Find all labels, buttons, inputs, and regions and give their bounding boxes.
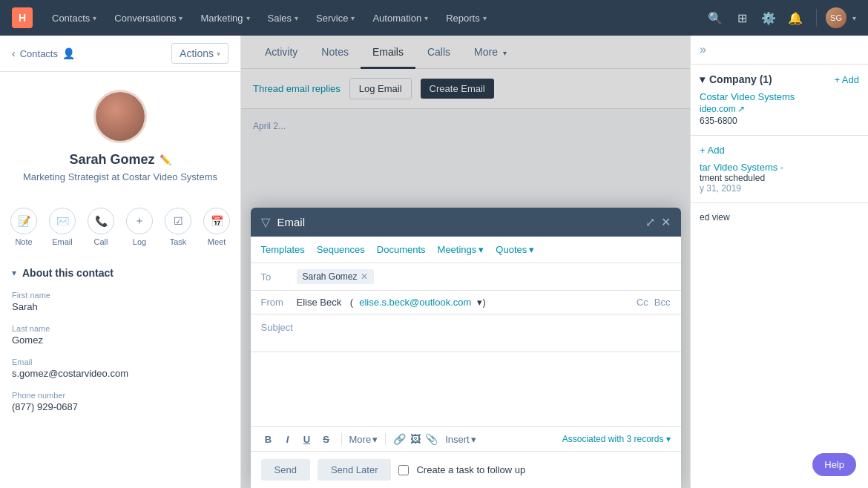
main-layout: ‹ Contacts 👤 Actions ▾ Sarah Gomez ✏️ Ma… [0,36,868,488]
help-button[interactable]: Help [812,453,856,476]
templates-button[interactable]: Templates [261,244,305,255]
email-value: s.gomez@costarvideo.com [12,368,228,379]
search-icon[interactable]: 🔍 [703,6,727,30]
meetings-label: Meetings [438,244,477,255]
strikethrough-button[interactable]: S [319,434,334,445]
image-icon[interactable]: 🖼 [410,433,421,445]
edit-icon[interactable]: ✏️ [160,154,171,165]
about-chevron-icon: ▾ [12,268,16,278]
italic-button[interactable]: I [280,434,295,445]
nav-item-conversations[interactable]: Conversations ▾ [107,8,190,28]
add-deal-button[interactable]: + Add [700,145,725,156]
expand-panel-icon[interactable]: » [700,43,706,56]
cc-button[interactable]: Cc [637,297,648,308]
task-label: Task [170,237,187,246]
action-buttons-bar: 📝 Note ✉️ Email 📞 Call ＋ Log ☑ Task 📅 M [0,196,240,252]
documents-button[interactable]: Documents [377,244,426,255]
contact-name-text: Sarah Gomez [69,152,154,168]
back-arrow-icon: ‹ [12,47,16,59]
link-icon[interactable]: 🔗 [393,433,406,445]
note-icon: 📝 [10,208,37,234]
person-icon: 👤 [62,47,75,59]
modal-collapse-icon[interactable]: ▽ [261,215,270,229]
deal-name[interactable]: tar Video Systems - [700,162,859,173]
view-text[interactable]: ed view [700,212,859,222]
to-recipient-tag: Sarah Gomez ✕ [297,269,374,284]
bold-button[interactable]: B [261,434,276,445]
back-label: Contacts [20,48,58,59]
meetings-button[interactable]: Meetings ▾ [438,244,484,255]
remove-recipient-icon[interactable]: ✕ [361,271,368,282]
send-later-button[interactable]: Send Later [318,459,392,481]
add-company-button[interactable]: + Add [834,74,859,85]
contact-title: Marketing Strategist at Costar Video Sys… [23,171,217,184]
call-button[interactable]: 📞 Call [88,208,114,246]
user-menu-chevron-icon: ▾ [852,14,856,22]
task-button[interactable]: ☑ Task [165,208,191,246]
insert-button[interactable]: Insert ▾ [445,434,476,445]
notifications-icon[interactable]: 🔔 [783,6,807,30]
sequences-button[interactable]: Sequences [317,244,365,255]
follow-up-checkbox[interactable] [398,465,409,475]
more-format-button[interactable]: More ▾ [349,434,378,445]
settings-icon[interactable]: ⚙️ [757,6,780,30]
associated-records-button[interactable]: Associated with 3 records ▾ [562,434,671,444]
follow-up-label: Create a task to follow up [416,464,525,475]
contacts-chevron-icon: ▾ [93,14,96,22]
user-avatar[interactable]: SG [826,7,846,28]
marketplace-icon[interactable]: ⊞ [730,6,754,30]
quotes-button[interactable]: Quotes ▾ [496,244,534,255]
modal-expand-icon[interactable]: ⤢ [645,215,655,229]
bcc-button[interactable]: Bcc [654,297,671,308]
company-chevron-icon: ▾ [700,73,705,85]
nav-item-service[interactable]: Service ▾ [309,8,362,28]
company-title-text: Company (1) [709,73,772,85]
nav-item-automation[interactable]: Automation ▾ [365,8,435,28]
quotes-label: Quotes [496,244,527,255]
actions-button[interactable]: Actions ▾ [171,43,228,64]
note-button[interactable]: 📝 Note [10,208,37,246]
nav-divider [816,9,817,27]
avatar-image [96,92,145,141]
meet-button[interactable]: 📅 Meet [203,208,230,246]
underline-button[interactable]: U [300,434,315,445]
last-name-value: Gomez [12,334,228,346]
last-name-label: Last name [12,324,228,333]
hubspot-logo[interactable]: H [12,7,33,28]
format-toolbar: B I U S More ▾ 🔗 🖼 📎 Insert ▾ Associ [251,426,681,451]
about-section-header[interactable]: ▾ About this contact [0,261,240,285]
email-icon: ✉️ [49,208,76,234]
modal-close-icon[interactable]: ✕ [661,215,671,229]
nav-item-contacts[interactable]: Contacts ▾ [45,8,104,28]
meetings-chevron-icon: ▾ [479,244,484,255]
nav-item-marketing[interactable]: Marketing ▾ [193,8,257,28]
contact-name: Sarah Gomez ✏️ [69,152,171,168]
first-name-value: Sarah [12,301,228,312]
nav-item-reports[interactable]: Reports ▾ [438,8,494,28]
send-button[interactable]: Send [261,459,310,481]
back-button[interactable]: ‹ Contacts 👤 [12,47,75,59]
from-email[interactable]: elise.s.beck@outlook.com [359,297,471,308]
modal-title: Email [277,216,306,228]
company-name[interactable]: Costar Video Systems [700,91,859,102]
email-button[interactable]: ✉️ Email [49,208,76,246]
service-chevron-icon: ▾ [351,14,355,22]
company-section-title[interactable]: ▾ Company (1) [700,73,772,85]
note-label: Note [15,237,32,246]
company-section: ▾ Company (1) + Add Costar Video Systems… [691,65,868,135]
cc-bcc-buttons: Cc Bcc [637,297,671,308]
log-button[interactable]: ＋ Log [126,208,153,246]
company-email[interactable]: ideo.com ↗ [700,104,859,114]
from-dropdown-icon[interactable]: ▾ [477,297,482,308]
external-link-icon: ↗ [737,104,745,114]
to-label: To [261,271,297,283]
from-paren: ▾) [477,297,485,308]
email-body[interactable] [251,352,681,426]
attachment-icon[interactable]: 📎 [425,433,438,445]
from-separator: ( [347,297,353,308]
email-label: Email [52,237,73,246]
left-panel: ‹ Contacts 👤 Actions ▾ Sarah Gomez ✏️ Ma… [0,36,241,488]
reports-chevron-icon: ▾ [483,14,487,22]
subject-input[interactable] [261,333,671,344]
nav-item-sales[interactable]: Sales ▾ [260,8,306,28]
